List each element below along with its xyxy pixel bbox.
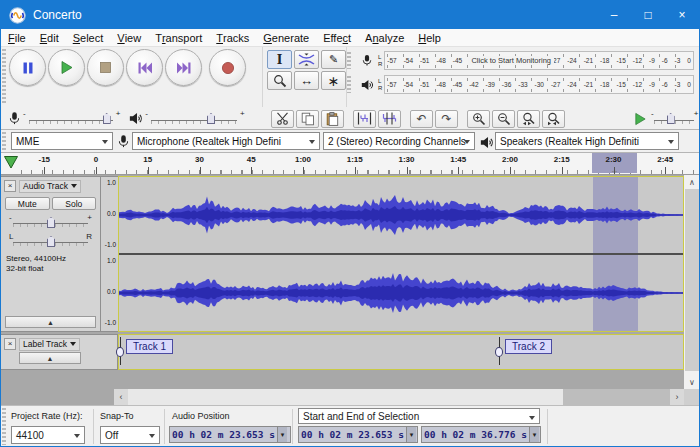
monitoring-hint[interactable]: Click to Start Monitoring — [468, 56, 554, 65]
close-track-button[interactable]: × — [4, 180, 16, 192]
toolbar-gripper[interactable] — [2, 49, 6, 105]
fit-selection-button[interactable] — [517, 110, 540, 128]
scroll-right-button[interactable]: › — [670, 389, 684, 405]
label-track-content[interactable]: Track 1Track 2 — [118, 334, 684, 370]
zoom-in-button[interactable] — [467, 110, 490, 128]
scroll-down-button[interactable]: ∨ — [684, 375, 699, 389]
cut-button[interactable] — [271, 110, 294, 128]
redo-button[interactable]: ↷ — [435, 110, 458, 128]
collapse-track-button[interactable]: ▲ — [5, 316, 96, 328]
solo-button[interactable]: Solo — [52, 197, 97, 210]
chevron-down-icon — [74, 434, 80, 438]
vertical-scroll-thumb[interactable] — [685, 189, 699, 371]
menu-select[interactable]: Select — [66, 29, 111, 46]
scroll-track[interactable] — [563, 389, 670, 405]
trim-audio-button[interactable] — [353, 110, 376, 128]
skip-to-start-button[interactable] — [126, 49, 163, 86]
waveform-display[interactable] — [118, 176, 684, 332]
toolbar-gripper[interactable] — [2, 132, 6, 150]
play-at-speed-icon[interactable] — [633, 112, 647, 126]
label-text[interactable]: Track 2 — [505, 339, 552, 354]
snap-to-select[interactable]: Off — [100, 426, 160, 444]
time-format-dropdown[interactable]: ▾ — [529, 427, 539, 442]
scroll-left-button[interactable]: ‹ — [114, 389, 128, 405]
mute-button[interactable]: Mute — [5, 197, 50, 210]
horizontal-scroll-thumb[interactable] — [128, 389, 563, 405]
project-rate-select[interactable]: 44100 — [11, 426, 85, 444]
collapse-track-button[interactable]: ▲ — [19, 352, 81, 364]
menu-help[interactable]: Help — [411, 29, 448, 46]
playback-device-select[interactable]: Speakers (Realtek High Definiti — [495, 132, 679, 150]
gain-slider[interactable]: - + — [9, 213, 92, 229]
recording-volume-slider[interactable] — [29, 112, 113, 125]
playback-meter[interactable]: L R -57-54-51-48-45-42-39-36-33-30-27-24… — [347, 74, 700, 95]
track-title-menu[interactable]: Label Track — [19, 338, 80, 351]
audio-position-display[interactable]: 00 h 02 m 23.653 s ▾ — [169, 426, 291, 443]
recording-device-select[interactable]: Microphone (Realtek High Defini — [132, 132, 320, 150]
pan-thumb[interactable] — [47, 236, 55, 247]
recording-channels-select[interactable]: 2 (Stereo) Recording Channels — [323, 132, 475, 150]
draw-tool-button[interactable]: ✎ — [321, 50, 346, 69]
menu-transport[interactable]: Transport — [148, 29, 209, 46]
envelope-tool-button[interactable] — [294, 50, 319, 69]
menu-effect[interactable]: Effect — [316, 29, 358, 46]
recording-meter-scale[interactable]: -57-54-51-48-45-42-39-36-33-30-27-24-21-… — [384, 51, 694, 70]
menu-generate[interactable]: Generate — [256, 29, 316, 46]
meter-tick-label: 0 — [687, 81, 691, 89]
time-shift-tool-button[interactable]: ↔ — [294, 71, 319, 90]
playback-volume-thumb[interactable] — [207, 113, 215, 124]
toolbar-gripper[interactable] — [347, 76, 351, 93]
label-marker-handle[interactable] — [495, 347, 503, 357]
toolbar-gripper[interactable] — [347, 52, 351, 69]
menu-file[interactable]: File — [1, 29, 33, 46]
multi-tool-button[interactable]: ∗ — [321, 71, 346, 90]
minimize-button[interactable]: – — [597, 1, 631, 29]
vertical-scale-ruler[interactable]: 1.00.0-1.01.00.0-1.0 — [101, 176, 118, 332]
waveform-channel-left[interactable] — [119, 177, 683, 253]
close-track-button[interactable]: × — [4, 338, 16, 350]
pause-button[interactable] — [9, 49, 46, 86]
menu-tracks[interactable]: Tracks — [209, 29, 256, 46]
meter-tick-label: -24 — [567, 81, 576, 89]
paste-button[interactable] — [321, 110, 344, 128]
fit-project-button[interactable] — [542, 110, 565, 128]
selection-mode-select[interactable]: Start and End of Selection — [298, 408, 540, 424]
undo-button[interactable]: ↶ — [410, 110, 433, 128]
horizontal-scrollbar[interactable]: ‹ › — [114, 389, 684, 405]
close-button[interactable]: × — [665, 1, 699, 29]
audio-host-select[interactable]: MME — [11, 132, 113, 150]
maximize-button[interactable]: □ — [631, 1, 665, 29]
recording-meter[interactable]: L R -57-54-51-48-45-42-39-36-33-30-27-24… — [347, 50, 700, 71]
menu-view[interactable]: View — [110, 29, 148, 46]
label-text[interactable]: Track 1 — [126, 339, 173, 354]
play-speed-thumb[interactable] — [667, 113, 675, 124]
silence-audio-button[interactable] — [378, 110, 401, 128]
playback-volume-slider[interactable] — [151, 112, 237, 125]
timeline-ruler[interactable]: ↔ -1501530451:001:151:301:452:002:152:30… — [1, 153, 699, 175]
vertical-scrollbar[interactable]: ∧ ∨ — [684, 175, 699, 389]
play-speed-slider[interactable] — [654, 112, 694, 125]
menu-analyze[interactable]: Analyze — [358, 29, 411, 46]
track-title-menu[interactable]: Audio Track — [19, 180, 81, 193]
copy-button[interactable] — [296, 110, 319, 128]
scroll-up-button[interactable]: ∧ — [684, 175, 699, 189]
menu-edit[interactable]: Edit — [33, 29, 66, 46]
pan-slider[interactable]: L R — [9, 232, 92, 248]
selection-end-display[interactable]: 00 h 02 m 36.776 s ▾ — [421, 426, 541, 443]
time-format-dropdown[interactable]: ▾ — [406, 427, 416, 442]
time-format-dropdown[interactable]: ▾ — [277, 427, 287, 442]
record-button[interactable] — [209, 49, 246, 86]
pinned-play-head-icon[interactable] — [3, 155, 19, 170]
waveform-channel-right[interactable] — [119, 255, 683, 331]
zoom-out-button[interactable] — [492, 110, 515, 128]
stop-button[interactable] — [87, 49, 124, 86]
zoom-tool-button[interactable] — [267, 71, 292, 90]
label-marker-handle[interactable] — [116, 347, 124, 357]
toolbar-gripper[interactable] — [2, 408, 6, 445]
skip-to-end-button[interactable] — [165, 49, 202, 86]
gain-thumb[interactable] — [47, 217, 55, 228]
selection-tool-button[interactable]: I — [267, 50, 292, 69]
play-button[interactable] — [48, 49, 85, 86]
recording-volume-thumb[interactable] — [103, 113, 111, 124]
selection-start-display[interactable]: 00 h 02 m 23.653 s ▾ — [298, 426, 418, 443]
